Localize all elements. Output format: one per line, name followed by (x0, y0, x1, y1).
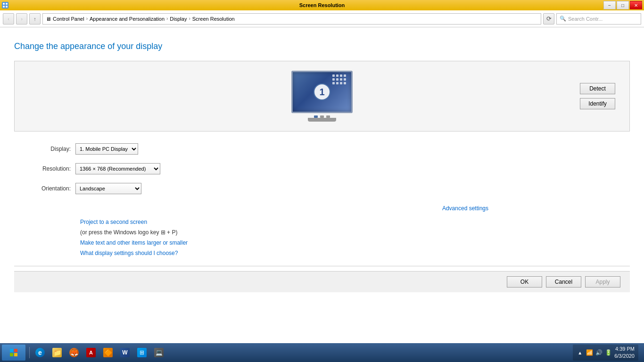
link-row-3: What display settings should I choose? (80, 250, 630, 256)
display-label: Display: (14, 146, 71, 152)
svg-rect-3 (6, 6, 8, 8)
monitor-dots (291, 115, 353, 118)
ok-button[interactable]: OK (507, 276, 542, 288)
window-title: Screen Resolution (299, 2, 345, 8)
project-inline-text: (or press the Windows logo key ⊞ + P) (80, 229, 177, 236)
detect-button[interactable]: Detect (580, 83, 615, 94)
pdf-app-icon: A (86, 348, 96, 357)
start-button[interactable] (2, 345, 25, 361)
link-row-1: Project to a second screen (or press the… (80, 219, 630, 236)
content-divider (14, 266, 630, 266)
address-bar: ‹ › ↑ 🖥 Control Panel › Appearance and P… (0, 10, 644, 27)
taskbar-icon-pdf[interactable]: A (83, 345, 99, 361)
vlc-app-icon: 🔶 (103, 348, 113, 357)
svg-rect-2 (3, 6, 5, 8)
taskbar-icon-firefox[interactable]: 🦊 (66, 345, 83, 361)
back-button[interactable]: ‹ (3, 13, 14, 25)
close-button[interactable]: ✕ (630, 1, 642, 9)
svg-rect-4 (10, 349, 13, 352)
search-placeholder: Search Contr... (568, 16, 603, 22)
volume-icon[interactable]: 🔊 (595, 349, 602, 356)
clock-time: 4:39 PM (614, 346, 635, 353)
monitor-preview: 1 (291, 71, 353, 122)
advanced-settings-link[interactable]: Advanced settings (442, 205, 488, 212)
resolution-control: 644 × 362 (Recommended) 1280 × 720 1024… (75, 163, 160, 174)
network-icon[interactable]: 📶 (586, 349, 593, 356)
breadcrumb-control-panel[interactable]: Control Panel (53, 16, 84, 22)
ie-app-icon: e (35, 348, 45, 357)
taskbar-divider-1 (29, 347, 30, 358)
folder-app-icon: 📁 (52, 348, 62, 357)
detect-buttons: Detect Identify (580, 83, 615, 109)
generic-app-icon: 💻 (154, 348, 164, 357)
taskbar-icon-windows[interactable]: ⊞ (133, 345, 150, 361)
display-control: 1. Mobile PC Display 2. External Display (75, 143, 138, 155)
monitor-stand (308, 118, 336, 122)
forward-button[interactable]: › (16, 13, 27, 25)
minimize-button[interactable]: − (603, 1, 616, 9)
breadcrumb-appearance[interactable]: Appearance and Personalization (90, 16, 165, 22)
refresh-button[interactable]: ⟳ (543, 13, 554, 25)
taskbar-icon-generic[interactable]: 💻 (150, 345, 167, 361)
svg-rect-1 (6, 3, 8, 5)
monitor-number: 1 (314, 83, 330, 100)
svg-rect-7 (14, 353, 17, 356)
advanced-link-area: Advanced settings (14, 205, 630, 212)
resolution-label: Resolution: (14, 165, 71, 172)
settings-area: Display: 1. Mobile PC Display 2. Externa… (14, 141, 630, 205)
taskbar-right: ▲ 📶 🔊 🔋 4:39 PM 6/3/2020 (573, 345, 642, 361)
show-hidden-icons[interactable]: ▲ (577, 349, 583, 356)
breadcrumb-icon: 🖥 (46, 16, 51, 22)
search-icon: 🔍 (560, 16, 566, 22)
window-controls: − □ ✕ (603, 1, 642, 9)
orientation-control: Landscape Portrait Landscape (flipped) P… (75, 183, 141, 194)
clock-date: 6/3/2020 (614, 353, 635, 360)
title-bar: Screen Resolution − □ ✕ (0, 0, 644, 10)
text-size-link[interactable]: Make text and other items larger or smal… (80, 239, 630, 246)
breadcrumb: 🖥 Control Panel › Appearance and Persona… (42, 13, 541, 25)
display-select[interactable]: 1. Mobile PC Display 2. External Display (75, 143, 138, 155)
firefox-app-icon: 🦊 (69, 348, 79, 357)
monitor-area: 1 Detect Identify (14, 61, 630, 132)
links-section: Project to a second screen (or press the… (14, 219, 630, 256)
main-content: Change the appearance of your display 1 (0, 27, 644, 343)
battery-icon[interactable]: 🔋 (605, 349, 611, 356)
breadcrumb-display[interactable]: Display (170, 16, 187, 22)
breadcrumb-screen-resolution[interactable]: Screen Resolution (192, 16, 235, 22)
up-button[interactable]: ↑ (29, 13, 41, 25)
display-settings-help-link[interactable]: What display settings should I choose? (80, 250, 630, 256)
svg-rect-0 (3, 3, 5, 5)
title-bar-left (2, 2, 11, 8)
link-row-2: Make text and other items larger or smal… (80, 239, 630, 246)
word-app-icon: W (120, 348, 130, 357)
taskbar-icon-ie[interactable]: e (32, 345, 49, 361)
resolution-row: Resolution: 644 × 362 (Recommended) 128… (14, 163, 630, 174)
apply-button[interactable]: Apply (585, 276, 620, 288)
orientation-select[interactable]: Landscape Portrait Landscape (flipped) P… (75, 183, 141, 194)
resolution-select[interactable]: 644 × 362 (Recommended) 1280 × 720 1024… (75, 163, 160, 174)
taskbar-icon-word[interactable]: W (116, 345, 133, 361)
bottom-buttons: OK Cancel Apply (14, 271, 630, 292)
taskbar-icon-vlc[interactable]: 🔶 (99, 345, 116, 361)
cancel-button[interactable]: Cancel (546, 276, 581, 288)
system-clock[interactable]: 4:39 PM 6/3/2020 (614, 346, 635, 360)
display-row: Display: 1. Mobile PC Display 2. Externa… (14, 143, 630, 155)
orientation-row: Orientation: Landscape Portrait Landscap… (14, 183, 630, 194)
page-content: Change the appearance of your display 1 (0, 37, 644, 302)
windows-app-icon: ⊞ (137, 348, 147, 357)
monitor-grid (332, 74, 347, 85)
page-title: Change the appearance of your display (14, 41, 630, 51)
taskbar-icon-explorer[interactable]: 📁 (49, 345, 66, 361)
svg-rect-6 (10, 353, 13, 356)
system-tray: ▲ 📶 🔊 🔋 4:39 PM 6/3/2020 (573, 345, 638, 361)
identify-button[interactable]: Identify (580, 98, 615, 109)
window-icon (2, 2, 8, 8)
monitor-display: 1 (291, 71, 353, 113)
maximize-button[interactable]: □ (617, 1, 629, 9)
taskbar: e 📁 🦊 A 🔶 W ⊞ 💻 ▲ 📶 🔊 🔋 4:39 PM 6/3/2020 (0, 343, 644, 362)
orientation-label: Orientation: (14, 185, 71, 192)
svg-rect-5 (14, 349, 17, 352)
search-box[interactable]: 🔍 Search Contr... (556, 13, 641, 25)
project-second-screen-link[interactable]: Project to a second screen (80, 219, 630, 225)
